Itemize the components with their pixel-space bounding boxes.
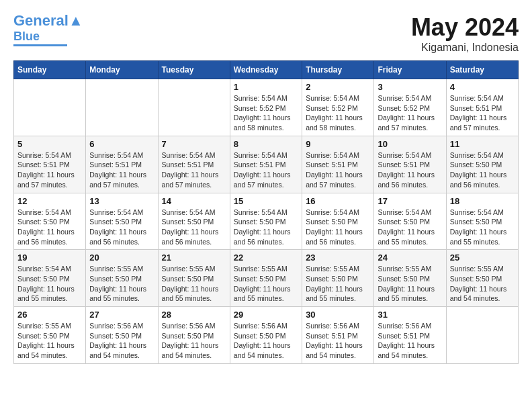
day-info: Sunrise: 5:56 AM Sunset: 5:51 PM Dayligh…	[306, 321, 370, 361]
day-info: Sunrise: 5:54 AM Sunset: 5:52 PM Dayligh…	[234, 93, 298, 133]
calendar-week-row: 1Sunrise: 5:54 AM Sunset: 5:52 PM Daylig…	[14, 79, 519, 136]
day-info: Sunrise: 5:54 AM Sunset: 5:52 PM Dayligh…	[378, 93, 442, 133]
table-row: 6Sunrise: 5:54 AM Sunset: 5:51 PM Daylig…	[86, 136, 158, 193]
table-row: 16Sunrise: 5:54 AM Sunset: 5:50 PM Dayli…	[302, 193, 374, 250]
table-row: 12Sunrise: 5:54 AM Sunset: 5:50 PM Dayli…	[14, 193, 86, 250]
table-row: 13Sunrise: 5:54 AM Sunset: 5:50 PM Dayli…	[86, 193, 158, 250]
day-info: Sunrise: 5:54 AM Sunset: 5:51 PM Dayligh…	[234, 150, 298, 190]
table-row: 2Sunrise: 5:54 AM Sunset: 5:52 PM Daylig…	[302, 79, 374, 136]
day-info: Sunrise: 5:54 AM Sunset: 5:51 PM Dayligh…	[162, 150, 226, 190]
col-wednesday: Wednesday	[230, 61, 302, 79]
table-row: 30Sunrise: 5:56 AM Sunset: 5:51 PM Dayli…	[302, 307, 374, 364]
table-row: 22Sunrise: 5:55 AM Sunset: 5:50 PM Dayli…	[230, 250, 302, 307]
calendar-week-row: 26Sunrise: 5:55 AM Sunset: 5:50 PM Dayli…	[14, 307, 519, 364]
day-number: 4	[450, 82, 515, 92]
table-row: 19Sunrise: 5:54 AM Sunset: 5:50 PM Dayli…	[14, 250, 86, 307]
table-row: 4Sunrise: 5:54 AM Sunset: 5:51 PM Daylig…	[446, 79, 518, 136]
day-number: 8	[234, 139, 298, 149]
day-number: 29	[234, 310, 298, 320]
page-header: General▲ Blue May 2024 Kigamani, Indones…	[13, 13, 519, 54]
logo-underline	[13, 44, 67, 46]
day-number: 30	[306, 310, 370, 320]
day-info: Sunrise: 5:54 AM Sunset: 5:50 PM Dayligh…	[378, 208, 442, 247]
day-info: Sunrise: 5:55 AM Sunset: 5:50 PM Dayligh…	[450, 264, 515, 304]
col-saturday: Saturday	[446, 61, 518, 79]
calendar-header-row: Sunday Monday Tuesday Wednesday Thursday…	[14, 61, 519, 79]
table-row	[86, 79, 158, 136]
logo-text: General▲ Blue	[13, 13, 83, 43]
day-number: 5	[17, 139, 82, 149]
logo-blue-text: Blue	[13, 30, 40, 43]
day-number: 18	[450, 196, 515, 206]
table-row	[446, 307, 518, 364]
table-row: 26Sunrise: 5:55 AM Sunset: 5:50 PM Dayli…	[14, 307, 86, 364]
day-number: 20	[89, 253, 154, 263]
day-number: 25	[450, 253, 515, 263]
col-friday: Friday	[374, 61, 446, 79]
day-info: Sunrise: 5:54 AM Sunset: 5:50 PM Dayligh…	[89, 208, 154, 247]
day-info: Sunrise: 5:55 AM Sunset: 5:50 PM Dayligh…	[234, 264, 298, 304]
day-number: 31	[378, 310, 442, 320]
col-sunday: Sunday	[14, 61, 86, 79]
calendar-week-row: 5Sunrise: 5:54 AM Sunset: 5:51 PM Daylig…	[14, 136, 519, 193]
table-row: 14Sunrise: 5:54 AM Sunset: 5:50 PM Dayli…	[158, 193, 230, 250]
table-row	[14, 79, 86, 136]
col-tuesday: Tuesday	[158, 61, 230, 79]
table-row: 31Sunrise: 5:56 AM Sunset: 5:51 PM Dayli…	[374, 307, 446, 364]
day-number: 2	[306, 82, 370, 92]
table-row: 18Sunrise: 5:54 AM Sunset: 5:50 PM Dayli…	[446, 193, 518, 250]
table-row: 23Sunrise: 5:55 AM Sunset: 5:50 PM Dayli…	[302, 250, 374, 307]
day-number: 15	[234, 196, 298, 206]
day-info: Sunrise: 5:55 AM Sunset: 5:50 PM Dayligh…	[306, 264, 370, 304]
day-info: Sunrise: 5:54 AM Sunset: 5:50 PM Dayligh…	[234, 208, 298, 247]
day-info: Sunrise: 5:56 AM Sunset: 5:51 PM Dayligh…	[378, 321, 442, 361]
table-row: 25Sunrise: 5:55 AM Sunset: 5:50 PM Dayli…	[446, 250, 518, 307]
table-row: 28Sunrise: 5:56 AM Sunset: 5:50 PM Dayli…	[158, 307, 230, 364]
day-number: 22	[234, 253, 298, 263]
day-info: Sunrise: 5:54 AM Sunset: 5:50 PM Dayligh…	[17, 208, 82, 247]
day-info: Sunrise: 5:54 AM Sunset: 5:50 PM Dayligh…	[450, 208, 515, 247]
table-row: 29Sunrise: 5:56 AM Sunset: 5:50 PM Dayli…	[230, 307, 302, 364]
day-number: 12	[17, 196, 82, 206]
title-block: May 2024 Kigamani, Indonesia	[411, 13, 519, 54]
day-info: Sunrise: 5:56 AM Sunset: 5:50 PM Dayligh…	[234, 321, 298, 361]
day-info: Sunrise: 5:54 AM Sunset: 5:50 PM Dayligh…	[17, 264, 82, 304]
table-row: 9Sunrise: 5:54 AM Sunset: 5:51 PM Daylig…	[302, 136, 374, 193]
day-number: 6	[89, 139, 154, 149]
day-info: Sunrise: 5:56 AM Sunset: 5:50 PM Dayligh…	[162, 321, 226, 361]
table-row: 20Sunrise: 5:55 AM Sunset: 5:50 PM Dayli…	[86, 250, 158, 307]
day-info: Sunrise: 5:54 AM Sunset: 5:51 PM Dayligh…	[378, 150, 442, 190]
table-row: 27Sunrise: 5:56 AM Sunset: 5:50 PM Dayli…	[86, 307, 158, 364]
day-info: Sunrise: 5:54 AM Sunset: 5:51 PM Dayligh…	[306, 150, 370, 190]
day-info: Sunrise: 5:56 AM Sunset: 5:50 PM Dayligh…	[89, 321, 154, 361]
day-number: 27	[89, 310, 154, 320]
table-row: 15Sunrise: 5:54 AM Sunset: 5:50 PM Dayli…	[230, 193, 302, 250]
day-number: 28	[162, 310, 226, 320]
table-row: 1Sunrise: 5:54 AM Sunset: 5:52 PM Daylig…	[230, 79, 302, 136]
table-row: 10Sunrise: 5:54 AM Sunset: 5:51 PM Dayli…	[374, 136, 446, 193]
logo-blue: ▲	[69, 12, 83, 29]
day-number: 10	[378, 139, 442, 149]
table-row	[158, 79, 230, 136]
day-number: 16	[306, 196, 370, 206]
logo: General▲ Blue	[13, 13, 83, 46]
day-info: Sunrise: 5:54 AM Sunset: 5:51 PM Dayligh…	[17, 150, 82, 190]
day-number: 1	[234, 82, 298, 92]
day-number: 9	[306, 139, 370, 149]
day-info: Sunrise: 5:54 AM Sunset: 5:50 PM Dayligh…	[162, 208, 226, 247]
month-title: May 2024	[411, 13, 519, 42]
day-number: 19	[17, 253, 82, 263]
day-number: 13	[89, 196, 154, 206]
table-row: 8Sunrise: 5:54 AM Sunset: 5:51 PM Daylig…	[230, 136, 302, 193]
table-row: 3Sunrise: 5:54 AM Sunset: 5:52 PM Daylig…	[374, 79, 446, 136]
day-info: Sunrise: 5:54 AM Sunset: 5:50 PM Dayligh…	[306, 208, 370, 247]
calendar-table: Sunday Monday Tuesday Wednesday Thursday…	[13, 60, 519, 364]
day-info: Sunrise: 5:54 AM Sunset: 5:51 PM Dayligh…	[89, 150, 154, 190]
day-number: 23	[306, 253, 370, 263]
day-info: Sunrise: 5:54 AM Sunset: 5:50 PM Dayligh…	[450, 150, 515, 190]
calendar-week-row: 19Sunrise: 5:54 AM Sunset: 5:50 PM Dayli…	[14, 250, 519, 307]
day-info: Sunrise: 5:55 AM Sunset: 5:50 PM Dayligh…	[162, 264, 226, 304]
table-row: 17Sunrise: 5:54 AM Sunset: 5:50 PM Dayli…	[374, 193, 446, 250]
day-info: Sunrise: 5:54 AM Sunset: 5:52 PM Dayligh…	[306, 93, 370, 133]
day-number: 11	[450, 139, 515, 149]
